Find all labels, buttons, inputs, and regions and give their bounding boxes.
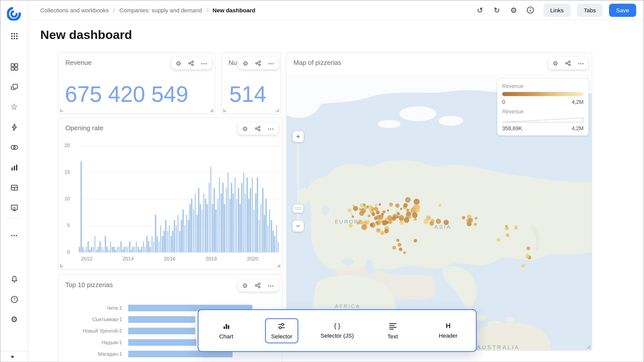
widget-more-button[interactable]: ⋯ bbox=[267, 125, 274, 132]
map-data-point bbox=[521, 264, 525, 267]
top-bar: Collections and workbooks / Companies: s… bbox=[28, 1, 643, 20]
bar bbox=[115, 249, 116, 252]
widget-links-button[interactable] bbox=[565, 60, 571, 67]
logo-swirl-icon bbox=[7, 6, 22, 21]
bar bbox=[103, 249, 104, 252]
resize-handle-bl[interactable] bbox=[60, 264, 64, 267]
text-lines-icon bbox=[389, 322, 397, 330]
sidebar-item-tables[interactable] bbox=[7, 181, 22, 195]
widget-settings-button[interactable]: ⚙ bbox=[242, 125, 248, 132]
bar bbox=[157, 236, 158, 252]
panel-item-selector[interactable]: Selector bbox=[254, 310, 310, 351]
widget-map[interactable]: Map of pizzerias ⚙ ⋯ bbox=[286, 52, 592, 351]
sidebar-item-collections[interactable] bbox=[7, 80, 22, 94]
widget-more-button[interactable]: ⋯ bbox=[267, 282, 274, 289]
undo-button[interactable]: ↺ bbox=[473, 4, 487, 17]
map-data-point bbox=[374, 207, 377, 209]
x-axis-tick: 2018 bbox=[206, 256, 217, 262]
app-window: ☆ bbox=[0, 0, 644, 362]
panel-item-selected-box[interactable]: Selector bbox=[265, 318, 298, 343]
folders-icon bbox=[10, 83, 18, 91]
widget-more-button[interactable]: ⋯ bbox=[201, 60, 207, 66]
zoom-out-button[interactable]: − bbox=[293, 220, 304, 232]
resize-handle-bl[interactable] bbox=[223, 108, 227, 112]
bell-icon bbox=[10, 275, 18, 284]
bar bbox=[136, 242, 137, 252]
redo-icon: ↻ bbox=[494, 6, 500, 14]
panel-item-chart[interactable]: Chart bbox=[198, 310, 254, 351]
save-button[interactable]: Save bbox=[609, 4, 636, 17]
sidebar-settings-button[interactable]: ⚙ bbox=[7, 312, 22, 326]
widget-title: Nu bbox=[228, 59, 237, 66]
datalens-logo[interactable] bbox=[7, 6, 22, 21]
info-button[interactable] bbox=[524, 4, 537, 17]
resize-handle-br[interactable] bbox=[586, 345, 590, 349]
gear-icon: ⚙ bbox=[552, 60, 558, 67]
monitor-icon bbox=[10, 204, 18, 212]
bar bbox=[98, 247, 99, 252]
tiles-icon bbox=[10, 63, 18, 71]
sidebar-help-button[interactable]: ? bbox=[7, 292, 22, 306]
widget-links-button[interactable] bbox=[255, 60, 261, 67]
widget-opening-rate[interactable]: Opening rate ⚙ ⋯ 05101520 20122014201620… bbox=[58, 117, 282, 269]
bar bbox=[272, 231, 273, 252]
dashboard-settings-button[interactable]: ⚙ bbox=[507, 4, 520, 17]
zoom-slider-handle[interactable] bbox=[293, 205, 303, 213]
sidebar-item-monitoring[interactable] bbox=[7, 201, 22, 215]
map-data-point bbox=[506, 233, 510, 237]
sidebar-expand-button[interactable]: ▶ bbox=[1, 351, 28, 362]
zoom-in-button[interactable]: + bbox=[293, 131, 304, 142]
bar bbox=[196, 215, 197, 252]
resize-handle-bl[interactable] bbox=[60, 108, 64, 112]
bar bbox=[203, 193, 204, 252]
widget-revenue[interactable]: Revenue ⚙ ⋯ 675 420 549 bbox=[58, 52, 215, 114]
panel-item-header[interactable]: H Header bbox=[420, 310, 476, 351]
sidebar-item-connections[interactable] bbox=[7, 120, 22, 134]
resize-handle-br[interactable] bbox=[275, 108, 279, 112]
map-data-point bbox=[376, 210, 380, 214]
widget-links-button[interactable] bbox=[254, 125, 261, 132]
widget-pizzeria-count[interactable]: Nu ⚙ ⋯ 514 bbox=[221, 52, 281, 114]
bar bbox=[243, 172, 244, 252]
sidebar-item-charts[interactable] bbox=[7, 161, 22, 175]
apps-grid-button[interactable] bbox=[7, 29, 22, 43]
table-icon bbox=[10, 184, 18, 192]
bar bbox=[148, 242, 149, 252]
legend-fill-max: 4,2M bbox=[572, 99, 583, 105]
bar bbox=[269, 209, 270, 252]
bar bbox=[155, 215, 156, 252]
sidebar-more-button[interactable]: ⋯ bbox=[7, 228, 22, 242]
widget-settings-button[interactable]: ⚙ bbox=[552, 60, 558, 66]
star-icon: ☆ bbox=[11, 103, 18, 111]
links-button[interactable]: Links bbox=[543, 4, 571, 17]
panel-item-selector-js[interactable]: { } Selector (JS) bbox=[309, 310, 365, 351]
widget-settings-button[interactable]: ⚙ bbox=[242, 282, 248, 289]
sidebar-item-dashboards[interactable] bbox=[7, 60, 22, 74]
resize-handle-br[interactable] bbox=[210, 108, 213, 112]
widget-links-button[interactable] bbox=[254, 282, 261, 289]
widget-settings-button[interactable]: ⚙ bbox=[176, 60, 181, 66]
sidebar-item-favorites[interactable]: ☆ bbox=[7, 100, 22, 114]
sidebar-notifications-button[interactable] bbox=[7, 272, 22, 286]
gear-icon: ⚙ bbox=[242, 282, 248, 289]
breadcrumb-collections[interactable]: Collections and workbooks bbox=[40, 7, 109, 13]
map-data-point bbox=[359, 208, 361, 210]
bar bbox=[254, 209, 255, 252]
panel-item-text[interactable]: Text bbox=[365, 310, 421, 351]
bar bbox=[164, 231, 165, 252]
widget-links-button[interactable] bbox=[188, 60, 194, 67]
tabs-button[interactable]: Tabs bbox=[577, 4, 603, 17]
widget-more-button[interactable]: ⋯ bbox=[268, 60, 274, 66]
redo-button[interactable]: ↻ bbox=[490, 4, 503, 17]
bar bbox=[107, 247, 108, 252]
map-data-point bbox=[403, 251, 406, 254]
resize-handle-br[interactable] bbox=[276, 264, 280, 267]
map-data-point bbox=[383, 220, 386, 223]
widget-settings-button[interactable]: ⚙ bbox=[243, 60, 248, 66]
widget-more-button[interactable]: ⋯ bbox=[578, 60, 584, 66]
sidebar-item-datasets[interactable] bbox=[7, 141, 22, 155]
y-axis-tick: 20 bbox=[64, 143, 70, 148]
map-viewport[interactable]: EUROPEASIAAFRICAAUSTRALIA Revenue 0 4,2M… bbox=[287, 75, 592, 350]
bar bbox=[234, 177, 235, 252]
breadcrumb-workbook[interactable]: Companies: supply and demand bbox=[119, 7, 202, 13]
